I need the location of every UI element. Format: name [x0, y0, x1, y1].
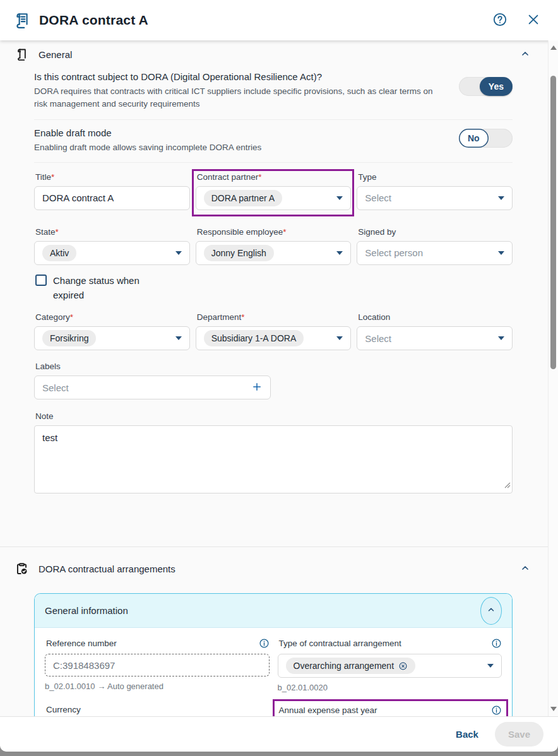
- responsible-employee-label: Responsible employee*: [197, 227, 352, 237]
- select-placeholder: Select: [365, 333, 391, 344]
- field-state: State* Aktiv: [34, 227, 190, 265]
- draft-mode-description: Enabling draft mode allows saving incomp…: [34, 141, 261, 154]
- state-label: State*: [35, 227, 190, 237]
- field-labels: Labels Select: [34, 362, 271, 399]
- general-info-panel: General information Reference number: [34, 593, 513, 716]
- section-title-arrangements: DORA contractual arrangements: [39, 564, 175, 574]
- dialog-footer: Back Save: [0, 716, 558, 752]
- type-select[interactable]: Select: [357, 186, 513, 210]
- arrangement-type-chip: Overarching arrangement: [286, 658, 416, 674]
- type-label: Type: [358, 172, 513, 182]
- dropdown-caret-icon: [336, 251, 343, 255]
- required-asterisk: *: [283, 227, 286, 237]
- note-textarea[interactable]: test: [34, 425, 513, 493]
- field-title: Title*: [34, 172, 190, 210]
- change-status-checkbox-row[interactable]: Change status when expired: [35, 273, 171, 303]
- info-icon[interactable]: [491, 705, 502, 716]
- field-note: Note test: [34, 411, 513, 493]
- draft-mode-toggle[interactable]: No: [459, 129, 513, 148]
- arrangement-type-select[interactable]: Overarching arrangement: [278, 654, 502, 678]
- reference-number-input[interactable]: C:3918483697: [45, 654, 270, 676]
- draft-mode-row: Enable draft mode Enabling draft mode al…: [34, 120, 513, 163]
- signed-by-label: Signed by: [358, 227, 513, 237]
- contract-dialog: DORA contract A: [0, 0, 558, 752]
- location-select[interactable]: Select: [357, 326, 513, 350]
- chevron-up-icon: [487, 605, 496, 616]
- category-label: Category*: [35, 312, 190, 322]
- collapse-arrangements-button[interactable]: [518, 560, 533, 577]
- arrangement-type-label: Type of contractual arrangement: [279, 639, 401, 648]
- chevron-up-icon: [520, 49, 530, 61]
- section-title-general: General: [39, 49, 72, 60]
- back-button[interactable]: Back: [456, 729, 478, 740]
- section-general-header: General: [0, 40, 548, 68]
- plus-icon[interactable]: [251, 381, 263, 394]
- state-chip: Aktiv: [42, 245, 76, 261]
- header-actions: [491, 11, 542, 30]
- contract-partner-chip: DORA partner A: [204, 190, 282, 206]
- dropdown-caret-icon: [498, 251, 504, 255]
- scrollbar[interactable]: [548, 40, 558, 716]
- toggle-knob-yes: Yes: [480, 77, 513, 96]
- field-currency: Currency Norwegian Krone: [45, 705, 270, 716]
- field-contract-partner: Contract partner* DORA partner A: [196, 172, 352, 210]
- collapse-general-button[interactable]: [518, 46, 533, 63]
- title-label: Title*: [35, 172, 190, 182]
- dora-subject-toggle[interactable]: Yes: [459, 77, 513, 96]
- scroll-down-arrow[interactable]: [550, 707, 557, 711]
- state-select[interactable]: Aktiv: [34, 241, 190, 265]
- field-reference-number: Reference number C:3918483697 b_02.01.00…: [45, 638, 270, 692]
- required-asterisk: *: [56, 227, 59, 237]
- checkbox-unchecked-icon[interactable]: [35, 275, 47, 286]
- save-button[interactable]: Save: [495, 722, 543, 747]
- field-arrangement-type: Type of contractual arrangement Overarch…: [278, 638, 502, 692]
- toggle-knob-no: No: [459, 129, 489, 148]
- labels-select[interactable]: Select: [34, 375, 271, 399]
- contract-document-icon: [14, 12, 30, 28]
- annual-expense-label: Annual expense past year: [279, 706, 377, 715]
- panel-header: General information: [35, 594, 512, 628]
- dialog-header: DORA contract A: [0, 0, 558, 40]
- location-label: Location: [358, 312, 513, 322]
- department-label: Department*: [197, 312, 352, 322]
- close-icon: [526, 13, 540, 28]
- department-select[interactable]: Subsidiary 1-A DORA: [196, 326, 352, 350]
- responsible-employee-select[interactable]: Jonny English: [196, 241, 352, 265]
- labels-label: Labels: [35, 362, 271, 371]
- category-select[interactable]: Forsikring: [34, 326, 190, 350]
- help-button[interactable]: [491, 11, 509, 30]
- category-chip: Forsikring: [42, 330, 96, 346]
- close-button[interactable]: [525, 11, 542, 30]
- department-chip: Subsidiary 1-A DORA: [204, 330, 304, 346]
- field-signed-by: Signed by Select person: [357, 227, 513, 265]
- contract-partner-label: Contract partner*: [197, 172, 352, 182]
- title-input[interactable]: [34, 186, 190, 210]
- dora-subject-description: DORA requires that contracts with critic…: [34, 85, 448, 111]
- chevron-up-icon: [520, 563, 530, 575]
- field-category: Category* Forsikring: [34, 312, 190, 350]
- dora-subject-row: Is this contract subject to DORA (Digita…: [34, 68, 513, 120]
- info-icon[interactable]: [259, 638, 270, 649]
- panel-collapse-button[interactable]: [480, 597, 502, 625]
- dropdown-caret-icon: [336, 196, 343, 200]
- info-icon[interactable]: [491, 638, 502, 649]
- dialog-body: General Is this contract subject to DORA…: [0, 40, 558, 716]
- contract-partner-select[interactable]: DORA partner A: [196, 186, 352, 210]
- responsible-employee-chip: Jonny English: [204, 245, 274, 261]
- signed-by-select[interactable]: Select person: [357, 241, 513, 265]
- dialog-title: DORA contract A: [39, 13, 148, 28]
- field-type: Type Select: [357, 172, 513, 210]
- required-asterisk: *: [258, 172, 261, 182]
- dropdown-caret-icon: [336, 336, 343, 340]
- currency-label: Currency: [46, 705, 81, 714]
- resize-grip-icon[interactable]: [504, 480, 511, 491]
- required-asterisk: *: [70, 312, 73, 322]
- dropdown-caret-icon: [175, 251, 182, 255]
- draft-mode-label: Enable draft mode: [34, 126, 261, 139]
- field-location: Location Select: [357, 312, 513, 350]
- scroll-thumb[interactable]: [550, 76, 556, 369]
- scroll-up-arrow[interactable]: [550, 45, 557, 50]
- reference-number-label: Reference number: [46, 639, 117, 648]
- chip-remove-icon[interactable]: [398, 661, 408, 671]
- required-asterisk: *: [241, 312, 244, 322]
